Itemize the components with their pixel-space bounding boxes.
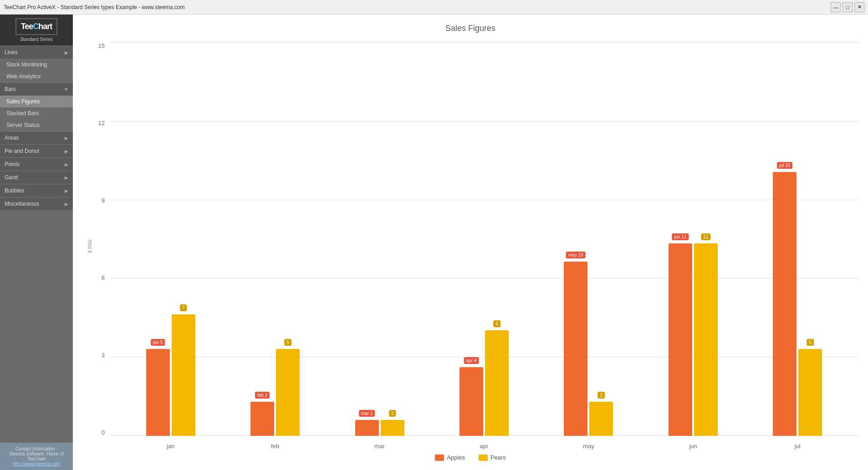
bar-wrap-pears-may: 2 xyxy=(589,402,613,436)
footer-link[interactable]: http://www.steema.com xyxy=(13,461,60,466)
bar-pears-jan: 7 xyxy=(172,314,195,436)
legend-color-pears xyxy=(479,455,488,461)
chevron-icon: ▶ xyxy=(65,162,68,167)
legend-item-apples: Apples xyxy=(435,454,465,461)
logo-text: TeeChart xyxy=(21,22,52,31)
sidebar-footer: Contact information : Steema Software. H… xyxy=(0,443,73,470)
bar-wrap-apples-may: may 10 xyxy=(564,262,587,436)
bar-pears-jul: 5 xyxy=(798,349,822,436)
bar-wrap-pears-jun: 11 xyxy=(694,243,718,436)
bar-label-apples-mar: mar 1 xyxy=(359,410,375,417)
sidebar-nav: Lines ▶ Stock Monitoring Web Analytics B… xyxy=(0,45,73,443)
legend-item-pears: Pears xyxy=(479,454,506,461)
x-tick-feb: feb xyxy=(250,443,300,450)
bar-group-mar: mar 11 xyxy=(355,420,404,436)
bar-label-pears-mar: 1 xyxy=(389,410,396,417)
x-tick-jun: jun xyxy=(669,443,718,450)
y-axis-label: $ 000s xyxy=(87,239,92,253)
chart-area: Sales Figures $ 000s 15 12 9 6 3 0 xyxy=(73,15,868,470)
bar-pears-mar: 1 xyxy=(381,420,404,436)
close-button[interactable]: ✕ xyxy=(854,2,864,12)
logo-subtitle: Standard Series xyxy=(20,37,53,42)
sidebar-category-areas[interactable]: Areas ▶ xyxy=(0,131,73,144)
bar-wrap-apples-apr: apr 4 xyxy=(460,367,483,436)
bar-apples-mar: mar 1 xyxy=(355,420,379,436)
logo-box: TeeChart xyxy=(15,18,58,35)
chevron-icon: ▶ xyxy=(65,50,68,55)
main-layout: TeeChart Standard Series Lines ▶ Stock M… xyxy=(0,15,868,470)
sidebar-category-bars[interactable]: Bars ▼ xyxy=(0,82,73,96)
x-tick-apr: apr xyxy=(460,443,509,450)
bar-group-jan: jan 57 xyxy=(146,314,195,436)
sidebar-item-web-analytics[interactable]: Web Analytics xyxy=(0,71,73,82)
bar-pears-apr: 6 xyxy=(485,330,509,436)
chevron-icon: ▶ xyxy=(65,175,68,180)
sidebar-category-gantt[interactable]: Gantt ▶ xyxy=(0,171,73,184)
bar-label-pears-jan: 7 xyxy=(180,304,187,311)
sidebar-item-stock-monitoring[interactable]: Stock Monitoring xyxy=(0,59,73,71)
legend-color-apples xyxy=(435,455,444,461)
bar-wrap-pears-mar: 1 xyxy=(381,420,404,436)
x-tick-may: may xyxy=(564,443,613,450)
chart-plot: $ 000s 15 12 9 6 3 0 xyxy=(82,42,859,450)
bar-apples-may: may 10 xyxy=(564,262,587,436)
bar-wrap-pears-jan: 7 xyxy=(172,314,195,436)
x-tick-mar: mar xyxy=(355,443,404,450)
bar-label-pears-may: 2 xyxy=(598,392,605,399)
chevron-down-icon: ▼ xyxy=(64,87,68,92)
legend-label-pears: Pears xyxy=(490,454,506,461)
bar-label-pears-jun: 11 xyxy=(701,233,710,240)
bar-apples-jun: jun 11 xyxy=(669,243,692,436)
chart-inner: jan 57feb 25mar 11apr 46may 102jun 1111j… xyxy=(109,42,859,450)
chevron-icon: ▶ xyxy=(65,149,68,154)
bar-label-pears-jul: 5 xyxy=(807,339,814,346)
x-tick-jan: jan xyxy=(146,443,195,450)
chart-container: $ 000s 15 12 9 6 3 0 xyxy=(82,42,859,461)
bar-label-pears-feb: 5 xyxy=(284,339,291,346)
sidebar-item-stacked-bars[interactable]: Stacked Bars xyxy=(0,107,73,119)
window-controls[interactable]: — □ ✕ xyxy=(831,2,864,12)
sidebar-category-miscellaneous[interactable]: Miscellaneous ▶ xyxy=(0,197,73,210)
y-tick-12: 12 xyxy=(98,120,105,126)
chart-title: Sales Figures xyxy=(82,24,859,33)
sidebar-item-server-status[interactable]: Server Status xyxy=(0,119,73,131)
footer-line1: Contact information : xyxy=(4,446,69,451)
chevron-icon: ▶ xyxy=(65,136,68,141)
chevron-icon: ▶ xyxy=(65,188,68,193)
bar-label-apples-jan: jan 5 xyxy=(151,339,165,346)
minimize-button[interactable]: — xyxy=(831,2,841,12)
bar-group-jul: jul 155 xyxy=(773,172,822,436)
bar-label-apples-apr: apr 4 xyxy=(464,357,479,364)
sidebar-category-points[interactable]: Points ▶ xyxy=(0,157,73,171)
sidebar-category-pie-donut[interactable]: Pie and Donut ▶ xyxy=(0,144,73,157)
bars-area: jan 57feb 25mar 11apr 46may 102jun 1111j… xyxy=(109,42,859,436)
bar-pears-feb: 5 xyxy=(276,349,300,436)
bar-wrap-pears-feb: 5 xyxy=(276,349,300,436)
bar-wrap-apples-feb: feb 2 xyxy=(250,402,274,436)
sidebar-category-lines[interactable]: Lines ▶ xyxy=(0,45,73,59)
bar-apples-jan: jan 5 xyxy=(146,349,170,436)
y-tick-3: 3 xyxy=(102,352,105,359)
bar-apples-jul: jul 15 xyxy=(773,172,797,436)
y-tick-9: 9 xyxy=(102,197,105,204)
x-axis: janfebmaraprmayjunjul xyxy=(109,443,859,450)
bar-group-jun: jun 1111 xyxy=(669,243,718,436)
bar-wrap-apples-mar: mar 1 xyxy=(355,420,379,436)
chevron-icon: ▶ xyxy=(65,202,68,207)
bar-group-feb: feb 25 xyxy=(250,349,300,436)
window-title: TeeChart Pro ActiveX - Standard Series t… xyxy=(4,4,185,10)
bar-pears-may: 2 xyxy=(589,402,613,436)
bar-wrap-pears-apr: 6 xyxy=(485,330,509,436)
sidebar-item-sales-figures[interactable]: Sales Figures xyxy=(0,96,73,107)
maximize-button[interactable]: □ xyxy=(842,2,853,12)
title-bar: TeeChart Pro ActiveX - Standard Series t… xyxy=(0,0,868,15)
bar-label-apples-jun: jun 11 xyxy=(672,233,689,240)
bar-apples-feb: feb 2 xyxy=(250,402,274,436)
sidebar-category-bubbles[interactable]: Bubbles ▶ xyxy=(0,184,73,197)
sidebar: TeeChart Standard Series Lines ▶ Stock M… xyxy=(0,15,73,470)
y-tick-0: 0 xyxy=(102,429,105,436)
bar-label-pears-apr: 6 xyxy=(493,320,500,327)
bar-group-apr: apr 46 xyxy=(460,330,509,436)
footer-line2: Steema Software. Home of TeeChart xyxy=(4,451,69,461)
bar-label-apples-feb: feb 2 xyxy=(255,392,270,399)
